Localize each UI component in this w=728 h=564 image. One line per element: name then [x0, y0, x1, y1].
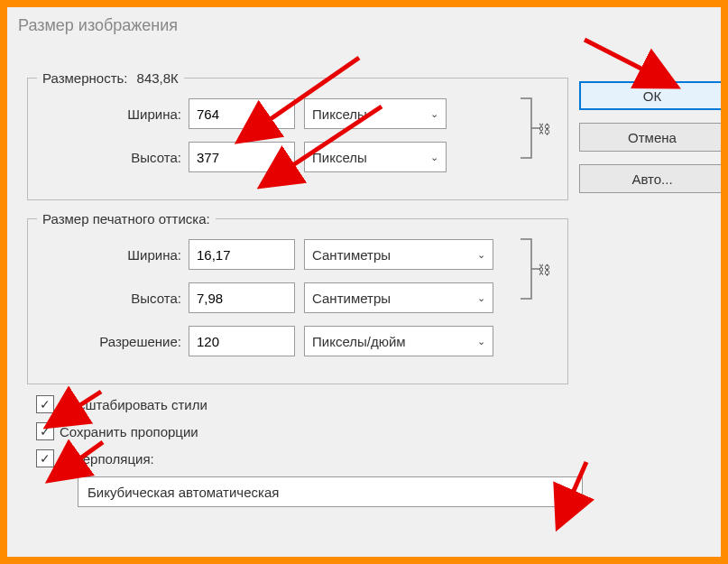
- pixel-height-label: Высота:: [28, 150, 189, 165]
- pixel-height-unit-select[interactable]: Пикселы ⌄: [304, 142, 447, 172]
- annotation-frame: Размер изображения Размерность: 843,8К Ш…: [0, 0, 728, 564]
- pixel-dimensions-label: Размерность:: [42, 70, 128, 86]
- pixel-height-unit-value: Пикселы: [312, 150, 367, 165]
- print-height-label: Высота:: [28, 291, 189, 306]
- pixel-dimensions-legend: Размерность: 843,8К: [37, 70, 184, 86]
- constrain-label: Сохранить пропорции: [60, 424, 198, 439]
- constrain-checkbox[interactable]: ✓: [36, 422, 54, 440]
- cancel-button[interactable]: Отмена: [579, 123, 721, 152]
- scale-styles-row: ✓ Масштабировать стили: [36, 395, 568, 413]
- pixel-width-row: Ширина: Пикселы ⌄: [28, 98, 557, 129]
- pixel-width-input[interactable]: [189, 98, 295, 129]
- interpolation-checkbox[interactable]: ✓: [36, 449, 54, 467]
- chevron-down-icon: ⌄: [430, 108, 438, 120]
- print-width-input[interactable]: [189, 239, 295, 270]
- link-icon[interactable]: ⛓: [535, 261, 553, 279]
- dialog-window: Размер изображения Размерность: 843,8К Ш…: [7, 7, 721, 557]
- chevron-down-icon: ⌄: [565, 486, 573, 498]
- print-height-unit-select[interactable]: Сантиметры ⌄: [304, 282, 493, 313]
- print-width-row: Ширина: Сантиметры ⌄: [28, 239, 557, 270]
- auto-button[interactable]: Авто...: [579, 164, 721, 193]
- constrain-row: ✓ Сохранить пропорции: [36, 422, 568, 440]
- dialog-content: Размерность: 843,8К Ширина: Пикселы ⌄ Вы…: [27, 70, 568, 507]
- pixel-dimensions-group: Размерность: 843,8К Ширина: Пикселы ⌄ Вы…: [27, 70, 568, 200]
- resolution-label: Разрешение:: [28, 334, 189, 349]
- print-width-unit-select[interactable]: Сантиметры ⌄: [304, 239, 493, 270]
- resolution-row: Разрешение: Пикселы/дюйм ⌄: [28, 326, 557, 356]
- interpolation-label: Интерполяция:: [60, 451, 154, 467]
- pixel-height-input[interactable]: [189, 142, 295, 172]
- dialog-title: Размер изображения: [7, 7, 721, 42]
- ok-button[interactable]: ОК: [579, 81, 721, 110]
- pixel-width-unit-select[interactable]: Пикселы ⌄: [304, 98, 447, 129]
- interpolation-method-value: Бикубическая автоматическая: [88, 485, 279, 500]
- chevron-down-icon: ⌄: [477, 249, 485, 261]
- scale-styles-checkbox[interactable]: ✓: [36, 395, 54, 413]
- pixel-dimensions-size: 843,8К: [137, 70, 179, 86]
- scale-styles-label: Масштабировать стили: [60, 397, 207, 412]
- print-height-input[interactable]: [189, 282, 295, 313]
- pixel-height-row: Высота: Пикселы ⌄: [28, 142, 557, 172]
- resolution-unit-select[interactable]: Пикселы/дюйм ⌄: [304, 326, 493, 356]
- chevron-down-icon: ⌄: [477, 292, 485, 304]
- options-group: ✓ Масштабировать стили ✓ Сохранить пропо…: [36, 395, 568, 467]
- interpolation-method-select[interactable]: Бикубическая автоматическая ⌄: [78, 476, 583, 507]
- interpolation-row: ✓ Интерполяция:: [36, 449, 568, 467]
- link-icon[interactable]: ⛓: [535, 120, 553, 138]
- chevron-down-icon: ⌄: [430, 152, 438, 163]
- print-dimensions-legend: Размер печатного оттиска:: [37, 211, 216, 227]
- print-width-unit-value: Сантиметры: [312, 247, 391, 263]
- dialog-buttons: ОК Отмена Авто...: [579, 81, 721, 193]
- print-width-label: Ширина:: [28, 247, 189, 263]
- resolution-unit-value: Пикселы/дюйм: [312, 334, 406, 349]
- pixel-width-unit-value: Пикселы: [312, 106, 367, 122]
- print-height-unit-value: Сантиметры: [312, 291, 391, 306]
- svg-line-2: [585, 40, 673, 85]
- resolution-input[interactable]: [189, 326, 295, 356]
- pixel-width-label: Ширина:: [28, 106, 189, 122]
- print-height-row: Высота: Сантиметры ⌄: [28, 282, 557, 313]
- chevron-down-icon: ⌄: [477, 336, 485, 347]
- print-dimensions-group: Размер печатного оттиска: Ширина: Сантим…: [27, 211, 568, 384]
